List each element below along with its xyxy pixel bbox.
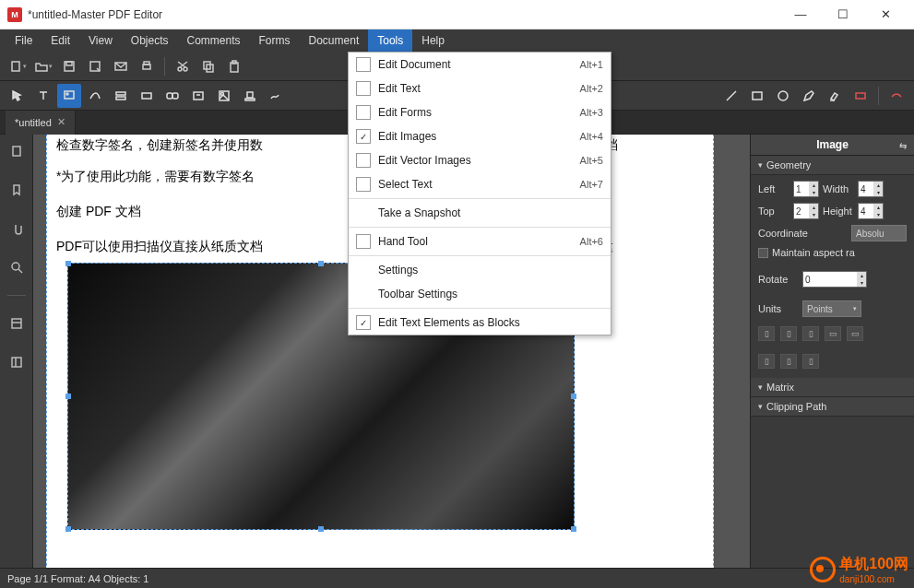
highlight-annot[interactable] [823,84,847,108]
menu-select-text[interactable]: Select TextAlt+7 [349,172,611,196]
align-center[interactable]: ▯ [780,326,797,341]
page-icon [10,145,23,158]
side-panel [0,135,33,568]
minimize-button[interactable]: — [779,0,822,29]
stamp-tool[interactable] [238,84,262,108]
menu-edit-blocks[interactable]: ✓Edit Text Elements as Blocks [349,311,611,335]
coord-combo[interactable]: Absolu [851,225,907,241]
pages-panel[interactable] [6,140,28,162]
resize-handle[interactable] [571,394,576,399]
menu-forms[interactable]: Forms [250,29,300,52]
panel-b[interactable] [6,351,28,373]
svg-point-8 [184,67,187,71]
pin-button[interactable]: ⇆ [896,138,910,153]
svg-rect-18 [167,93,172,99]
circle-annot[interactable] [771,84,795,108]
left-label: Left [758,183,789,194]
clip-icon [10,222,23,235]
link-tool[interactable] [160,84,184,108]
form2-tool[interactable] [135,84,159,108]
menu-edit-vector[interactable]: Edit Vector ImagesAlt+5 [349,148,611,172]
image-edit-icon [63,89,76,102]
copy-button[interactable] [196,54,220,78]
pointer-tool[interactable] [6,84,30,108]
strikeout-annot[interactable] [849,84,872,108]
pencil-annot[interactable] [797,84,821,108]
aspect-label: Maintain aspect ra [772,247,855,258]
menu-hand-tool[interactable]: Hand ToolAlt+6 [349,229,611,253]
menu-settings[interactable]: Settings [349,258,611,282]
resize-handle[interactable] [318,526,324,532]
units-combo[interactable]: Points▾ [802,300,861,317]
panel-a[interactable] [6,312,28,335]
width-input[interactable]: 4▴▾ [858,181,884,197]
section-geometry[interactable]: ▾ Geometry [751,156,914,175]
doc-tab[interactable]: *untitled ✕ [6,111,76,135]
menu-help[interactable]: Help [412,29,454,52]
svg-point-29 [12,263,19,270]
align-top[interactable]: ▭ [825,326,841,341]
rect-annot[interactable] [745,84,769,108]
vector-tool[interactable] [83,84,107,108]
email-button[interactable] [109,54,133,78]
textbox-tool[interactable] [186,84,210,108]
menu-toolbar-settings[interactable]: Toolbar Settings [349,282,611,306]
left-input[interactable]: 1▴▾ [793,181,819,197]
new-button[interactable]: ▾ [6,54,30,78]
menu-edit-forms[interactable]: Edit FormsAlt+3 [349,100,611,124]
resize-handle[interactable] [65,526,71,532]
save-as-button[interactable] [83,54,107,78]
menu-snapshot[interactable]: Take a Snapshot [349,201,611,225]
doc-text: 检查数字签名，创建新签名并使用数 [56,137,263,154]
highlight-icon [828,89,841,102]
image-tool[interactable] [212,84,236,108]
menu-edit[interactable]: Edit [42,29,79,52]
signature-tool[interactable] [264,84,288,108]
menu-objects[interactable]: Objects [122,29,178,52]
height-input[interactable]: 4▴▾ [858,203,884,219]
menu-document[interactable]: Document [300,29,369,52]
attachments-panel[interactable] [6,218,28,240]
align-c[interactable]: ▯ [802,354,819,369]
close-tab-icon[interactable]: ✕ [57,116,65,128]
menu-tools[interactable]: Tools [368,29,412,52]
print-button[interactable] [135,54,159,78]
menu-comments[interactable]: Comments [178,29,250,52]
section-matrix[interactable]: ▾ Matrix [751,378,914,397]
resize-handle[interactable] [571,526,576,532]
strikeout-icon [854,89,867,102]
edit-image-tool[interactable] [57,84,81,108]
save-button[interactable] [57,54,81,78]
rotate-input[interactable]: 0▴▾ [802,271,867,288]
bookmarks-panel[interactable] [6,179,28,201]
menu-edit-images[interactable]: ✓Edit ImagesAlt+4 [349,124,611,148]
maximize-button[interactable]: ☐ [822,0,864,29]
resize-handle[interactable] [65,394,71,399]
resize-handle[interactable] [65,261,71,266]
line-annot[interactable] [719,84,743,108]
cut-button[interactable] [171,54,195,78]
menu-edit-document[interactable]: Edit DocumentAlt+1 [349,53,611,76]
close-button[interactable]: ✕ [864,0,907,29]
paste-button[interactable] [222,54,246,78]
align-left[interactable]: ▯ [758,326,775,341]
menu-edit-text[interactable]: Edit TextAlt+2 [349,76,611,100]
form-tool[interactable] [109,84,133,108]
top-input[interactable]: 2▴▾ [793,203,819,219]
align-a[interactable]: ▯ [758,354,775,369]
resize-handle[interactable] [318,261,324,266]
edit-text-tool[interactable] [31,84,55,108]
menu-file[interactable]: File [6,29,42,52]
align-b[interactable]: ▯ [780,354,797,369]
aspect-checkbox[interactable]: Maintain aspect ra [758,247,907,258]
align-right[interactable]: ▯ [802,326,819,341]
svg-rect-16 [116,97,125,100]
menu-view[interactable]: View [79,29,122,52]
folder-icon [35,60,48,73]
window-title: *untitled-Master PDF Editor [28,8,779,21]
section-clip[interactable]: ▾ Clipping Path [751,397,914,417]
redact-tool[interactable] [884,84,908,108]
align-bottom[interactable]: ▭ [847,326,863,341]
search-panel[interactable] [6,256,28,278]
open-button[interactable]: ▾ [31,54,55,78]
